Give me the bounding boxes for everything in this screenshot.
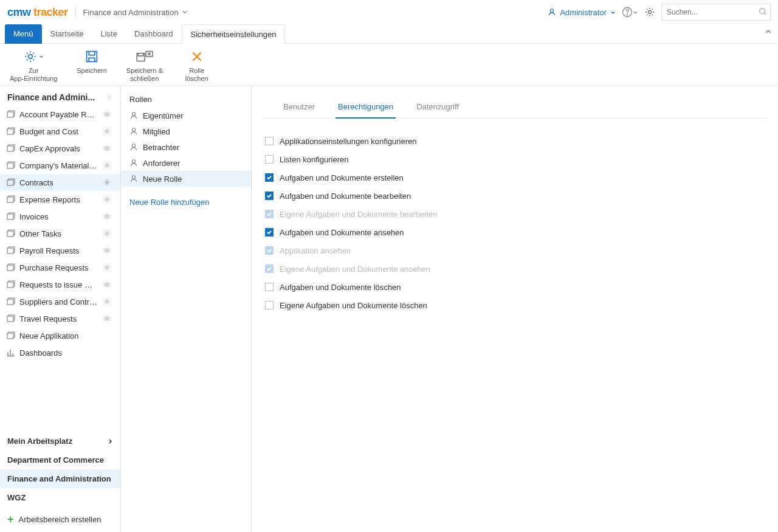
workspace-item[interactable]: Finance and Administration [0, 469, 120, 488]
create-workspace-button[interactable]: + Arbeitsbereich erstellen [0, 507, 120, 532]
workspace-item[interactable]: Department of Commerce [0, 451, 120, 469]
role-item[interactable]: Anforderer [121, 155, 251, 171]
gear-icon[interactable] [103, 264, 111, 271]
permission-row[interactable]: Listen konfigurieren [265, 150, 765, 168]
sidebar-item[interactable]: Invoices [0, 208, 120, 225]
chevron-down-icon [633, 10, 638, 15]
permission-row: Eigene Aufgaben und Dokumente bearbeiten [265, 205, 765, 223]
tab-berechtigungen[interactable]: Berechtigungen [336, 97, 396, 119]
sidebar-item[interactable]: Account Payable Requ... [0, 106, 120, 123]
sidebar-item-label: Suppliers and Contrac... [19, 297, 98, 306]
gear-icon[interactable] [103, 298, 111, 305]
role-item[interactable]: Neue Rolle [121, 171, 251, 187]
collapse-ribbon-button[interactable] [765, 28, 772, 37]
permission-row[interactable]: Aufgaben und Dokumente bearbeiten [265, 187, 765, 205]
gear-icon[interactable] [103, 247, 111, 254]
checkbox[interactable] [265, 192, 274, 200]
save-button[interactable]: Speichern [73, 47, 111, 76]
role-item[interactable]: Eigentümer [121, 108, 251, 123]
gear-icon[interactable] [103, 128, 111, 135]
chevron-down-icon [182, 9, 188, 15]
gear-icon[interactable] [103, 196, 111, 203]
user-icon [129, 159, 138, 167]
svg-point-21 [106, 198, 108, 200]
permission-row[interactable]: Aufgaben und Dokumente ansehen [265, 223, 765, 241]
sidebar-item[interactable]: Payroll Requests [0, 242, 120, 259]
nav-tab-startseite[interactable]: Startseite [42, 24, 92, 44]
workspace-label: Finance and Administration [7, 474, 111, 483]
add-role-link[interactable]: Neue Rolle hinzufügen [121, 187, 251, 218]
permission-label: Applikationseinstellungen konfigurieren [280, 137, 416, 146]
settings-button[interactable] [644, 7, 655, 18]
sidebar-item[interactable]: Contracts [0, 174, 120, 191]
checkbox[interactable] [265, 301, 274, 309]
nav-tab-sicherheit[interactable]: Sicherheitseinstellungen [182, 24, 286, 44]
gear-icon[interactable] [103, 213, 111, 220]
permission-label: Aufgaben und Dokumente erstellen [280, 173, 404, 182]
gear-icon[interactable] [103, 111, 111, 118]
checkbox[interactable] [265, 283, 274, 291]
sidebar-item-label: Requests to issue Mat... [19, 280, 98, 289]
nav-tabs: Menü Startseite Liste Dashboard Sicherhe… [0, 24, 778, 44]
app-breadcrumb[interactable]: Finance and Administration [83, 8, 188, 17]
svg-rect-10 [7, 112, 13, 117]
sidebar-item[interactable]: Suppliers and Contrac... [0, 293, 120, 310]
checkbox[interactable] [265, 173, 274, 182]
tab-datenzugriff[interactable]: Datenzugriff [414, 97, 461, 118]
permission-row[interactable]: Applikationseinstellungen konfigurieren [265, 132, 765, 150]
menu-button[interactable]: Menü [5, 24, 42, 44]
gear-icon[interactable] [103, 315, 111, 322]
checkbox[interactable] [265, 137, 274, 145]
user-icon [129, 127, 138, 136]
gear-icon[interactable] [103, 179, 111, 186]
gear-icon[interactable] [103, 281, 111, 288]
new-application-button[interactable]: Neue Applikation [0, 327, 120, 344]
help-button[interactable] [622, 7, 638, 18]
svg-rect-14 [7, 146, 13, 151]
sidebar-item[interactable]: Other Tasks [0, 225, 120, 242]
workspace-item[interactable]: WGZ [0, 488, 120, 507]
svg-rect-16 [7, 163, 13, 168]
svg-rect-22 [7, 214, 13, 219]
nav-tab-dashboard[interactable]: Dashboard [126, 24, 182, 44]
workspace-item[interactable]: Mein Arbeitsplatz [0, 432, 120, 451]
svg-point-0 [551, 9, 554, 12]
sidebar-item[interactable]: Expense Reports [0, 191, 120, 208]
tab-benutzer[interactable]: Benutzer [281, 97, 317, 118]
delete-role-button[interactable]: Rollelöschen [179, 47, 215, 83]
sidebar-item[interactable]: Requests to issue Mat... [0, 276, 120, 293]
sidebar-item-label: Payroll Requests [19, 246, 98, 255]
gear-icon[interactable] [103, 230, 111, 237]
dashboards-button[interactable]: Dashboards [0, 344, 120, 361]
search-input[interactable] [661, 4, 771, 21]
gear-icon[interactable] [103, 145, 111, 152]
permission-row[interactable]: Aufgaben und Dokumente löschen [265, 278, 765, 296]
sidebar-item[interactable]: CapEx Approvals [0, 140, 120, 157]
svg-rect-34 [7, 316, 13, 322]
role-item[interactable]: Mitglied [121, 123, 251, 139]
nav-tab-liste[interactable]: Liste [92, 24, 125, 44]
gear-icon[interactable] [103, 162, 111, 169]
save-close-button[interactable]: Speichern &schließen [123, 47, 167, 83]
permission-row[interactable]: Aufgaben und Dokumente erstellen [265, 168, 765, 187]
checkbox[interactable] [265, 155, 274, 164]
sidebar-item[interactable]: Budget and Cost [0, 123, 120, 140]
user-menu[interactable]: Administrator [548, 8, 616, 17]
to-app-setup-button[interactable]: ZurApp-Einrichtung [6, 47, 61, 83]
sidebar-item[interactable]: Travel Requests [0, 310, 120, 327]
layers-icon [6, 143, 16, 153]
svg-rect-6 [87, 52, 97, 62]
sidebar-item[interactable]: Company's Material A... [0, 157, 120, 174]
svg-point-33 [106, 300, 108, 302]
checkbox[interactable] [265, 228, 274, 237]
sidebar-item[interactable]: Purchase Requests [0, 259, 120, 276]
svg-rect-12 [7, 129, 13, 134]
permission-row[interactable]: Eigene Aufgaben und Dokumente löschen [265, 296, 765, 314]
workspace-label: Department of Commerce [7, 455, 104, 465]
gear-icon[interactable] [106, 94, 113, 101]
role-label: Betrachter [143, 143, 179, 152]
svg-point-25 [106, 232, 108, 234]
search-icon[interactable] [759, 7, 767, 18]
checkbox [265, 246, 274, 255]
role-item[interactable]: Betrachter [121, 139, 251, 155]
